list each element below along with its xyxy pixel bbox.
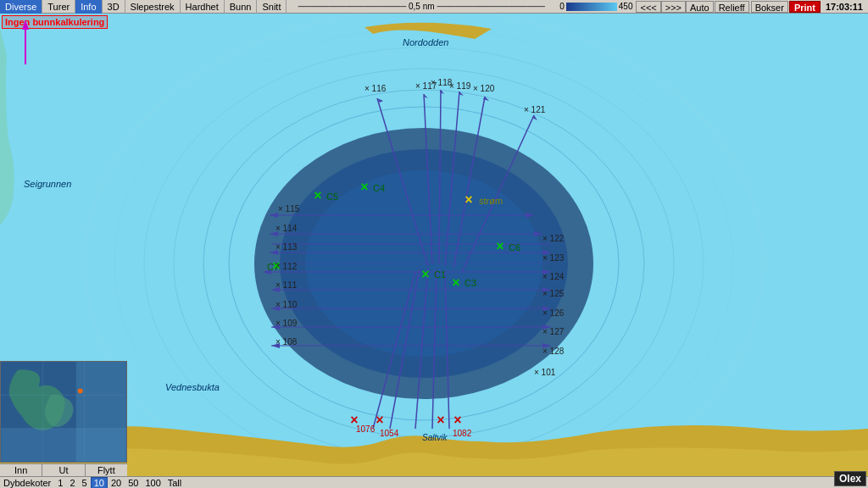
depth-scale-label: Dybdekoter <box>0 478 54 488</box>
map-svg <box>0 14 868 488</box>
minimap-ut-button[interactable]: Ut <box>42 464 85 476</box>
marker-red-3[interactable]: × <box>437 413 444 427</box>
menu-turer[interactable]: Turer <box>42 0 75 14</box>
marker-red-1[interactable]: × <box>350 413 358 427</box>
minimap-svg <box>1 362 126 462</box>
minimap-inn-button[interactable]: Inn <box>0 464 42 476</box>
depth-scale-50[interactable]: 50 <box>125 477 142 489</box>
marker-C7[interactable]: × <box>272 259 280 273</box>
depth-gradient <box>566 3 617 11</box>
scale-bar: ────────────────── 0,5 nm ──────────────… <box>287 2 556 11</box>
marker-C6[interactable]: × <box>496 240 504 253</box>
auto-button[interactable]: Auto <box>686 1 714 13</box>
marker-red-2[interactable]: × <box>376 413 383 427</box>
menu-bunn[interactable]: Bunn <box>225 0 258 14</box>
depth-scale-5[interactable]: 5 <box>79 477 91 489</box>
marker-strom[interactable]: × <box>465 193 472 207</box>
depth-scale-1[interactable]: 1 <box>54 477 66 489</box>
depth-scale-tall[interactable]: Tall <box>164 477 186 489</box>
marker-C1[interactable]: × <box>421 268 429 281</box>
depth-min-label: 0 <box>559 2 565 11</box>
minimap-buttons: Inn Ut Flytt <box>0 463 127 476</box>
menu-info[interactable]: Info <box>75 0 102 14</box>
marker-C3[interactable]: × <box>452 276 459 290</box>
olex-logo: Olex <box>834 471 866 486</box>
depth-max-label: 450 <box>619 2 633 11</box>
minimap-flytt-button[interactable]: Flytt <box>86 464 127 476</box>
depth-scale: Dybdekoter 1 2 5 10 20 50 100 Tall Olex <box>0 476 868 488</box>
print-button[interactable]: Print <box>789 1 821 13</box>
menu-snitt[interactable]: Snitt <box>257 0 287 14</box>
nav-back-button[interactable]: <<< <box>636 1 660 13</box>
bokser-button[interactable]: Bokser <box>751 1 788 13</box>
menu-slepestrek[interactable]: Slepestrek <box>125 0 181 14</box>
map-area[interactable]: Ingen bunnkalkulering Nordodden Seigrunn… <box>0 14 868 488</box>
marker-C5[interactable]: × <box>314 189 321 202</box>
menu-3d[interactable]: 3D <box>103 0 125 14</box>
svg-rect-57 <box>1 429 126 462</box>
north-arrow <box>17 18 34 70</box>
depth-scale-10[interactable]: 10 <box>91 477 108 489</box>
svg-point-58 <box>78 388 83 393</box>
minimap <box>0 361 127 463</box>
marker-C4[interactable]: × <box>360 180 368 194</box>
timestamp: 17:03:11 <box>821 2 868 12</box>
svg-marker-54 <box>22 19 29 30</box>
marker-red-4[interactable]: × <box>453 413 461 427</box>
depth-scale-2[interactable]: 2 <box>66 477 78 489</box>
menubar: Diverse Turer Info 3D Slepestrek Hardhet… <box>0 0 868 14</box>
depth-range: 0 450 <box>556 2 636 11</box>
depth-scale-100[interactable]: 100 <box>142 477 164 489</box>
depth-scale-20[interactable]: 20 <box>108 477 125 489</box>
menu-diverse[interactable]: Diverse <box>0 0 42 14</box>
application: Diverse Turer Info 3D Slepestrek Hardhet… <box>0 0 868 488</box>
nav-fwd-button[interactable]: >>> <box>661 1 686 13</box>
menu-hardhet[interactable]: Hardhet <box>181 0 225 14</box>
relieff-button[interactable]: Relieff <box>715 1 749 13</box>
